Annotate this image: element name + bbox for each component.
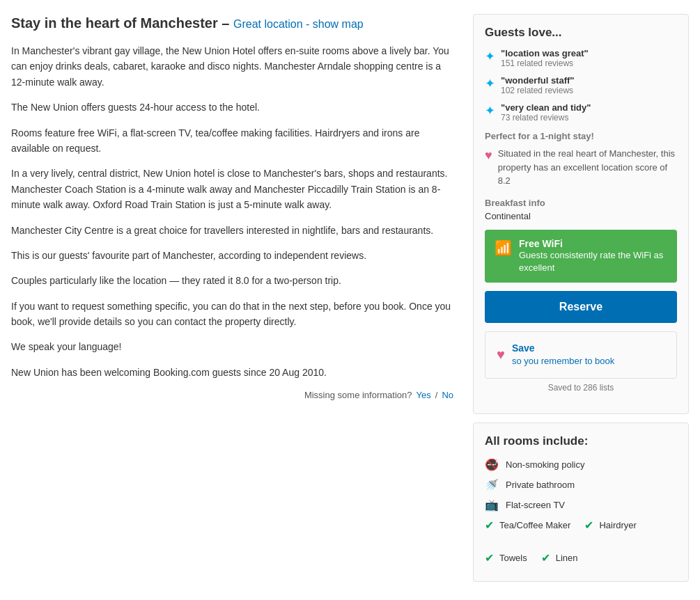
wifi-title: Free WiFi (519, 238, 667, 249)
no-smoking-icon: 🚭 (485, 458, 499, 471)
linen-label: Linen (556, 553, 578, 563)
right-column: Guests love... ✦ "location was great" 15… (473, 14, 689, 586)
para-6: This is our guests' favourite part of Ma… (11, 248, 453, 263)
para-5: Manchester City Centre is a great choice… (11, 223, 453, 238)
breakfast-value: Continental (485, 211, 677, 221)
all-rooms-box: All rooms include: 🚭 Non-smoking policy … (473, 423, 689, 582)
location-text: Situated in the real heart of Manchester… (498, 147, 677, 188)
para-8: If you want to request something specifi… (11, 299, 453, 330)
breakfast-section: Breakfast info Continental (485, 198, 677, 221)
room-feature-no-smoking: 🚭 Non-smoking policy (485, 458, 677, 471)
wifi-banner: 📶 Free WiFi Guests consistently rate the… (485, 230, 677, 283)
tv-label: Flat-screen TV (506, 500, 565, 510)
reserve-button[interactable]: Reserve (485, 291, 677, 323)
perfect-for-label: Perfect for a 1-night stay! (485, 131, 677, 141)
bathroom-icon: 🚿 (485, 478, 499, 491)
tea-label: Tea/Coffee Maker (499, 520, 570, 530)
feedback-separator: / (435, 390, 438, 400)
check-icon: ✔ (485, 551, 494, 565)
heart-icon: ♥ (485, 148, 492, 163)
check-icon: ✔ (541, 551, 550, 565)
hairdryer-label: Hairdryer (599, 520, 636, 530)
no-smoking-label: Non-smoking policy (506, 459, 584, 470)
review-item: ✦ "very clean and tidy" 73 related revie… (485, 102, 677, 123)
map-link[interactable]: Great location - show map (233, 18, 364, 30)
review-quote-1: "location was great" (501, 48, 589, 58)
para-3: Rooms feature free WiFi, a flat-screen T… (11, 125, 453, 157)
review-quote-2: "wonderful staff" (501, 75, 575, 86)
feedback-prompt: Missing some information? (304, 390, 412, 400)
guests-love-title: Guests love... (485, 26, 677, 40)
save-title: Save (512, 342, 614, 356)
room-feature-tv: 📺 Flat-screen TV (485, 498, 677, 512)
check-icon: ✔ (584, 519, 593, 532)
room-feature-towels: ✔ Towels (485, 551, 527, 565)
bathroom-label: Private bathroom (506, 480, 575, 490)
save-box[interactable]: ♥ Save so you remember to book (485, 331, 677, 379)
room-feature-bathroom: 🚿 Private bathroom (485, 478, 677, 491)
para-7: Couples particularly like the location —… (11, 273, 453, 288)
room-features-inline: ✔ Tea/Coffee Maker ✔ Hairdryer ✔ Towels … (485, 519, 677, 570)
review-count-2: 102 related reviews (501, 86, 575, 95)
star-icon: ✦ (485, 49, 495, 64)
saved-lists-count: Saved to 286 lists (485, 383, 677, 393)
star-icon: ✦ (485, 103, 495, 118)
room-feature-tea: ✔ Tea/Coffee Maker (485, 519, 570, 532)
para-1: In Manchester's vibrant gay village, the… (11, 43, 453, 90)
page-title: Stay in the heart of Manchester – Great … (11, 14, 453, 32)
room-feature-hairdryer: ✔ Hairdryer (584, 519, 636, 532)
review-count-1: 151 related reviews (501, 58, 589, 68)
feedback-row: Missing some information? Yes / No (11, 390, 453, 400)
check-icon: ✔ (485, 519, 494, 532)
star-icon: ✦ (485, 76, 495, 91)
all-rooms-title: All rooms include: (485, 434, 677, 448)
save-subtitle: so you remember to book (512, 355, 614, 368)
room-feature-linen: ✔ Linen (541, 551, 578, 565)
location-item: ♥ Situated in the real heart of Manchest… (485, 147, 677, 188)
breakfast-label: Breakfast info (485, 198, 677, 208)
towels-label: Towels (499, 553, 527, 563)
page-wrapper: Stay in the heart of Manchester – Great … (0, 0, 700, 600)
feedback-no[interactable]: No (442, 390, 453, 400)
wifi-subtitle: Guests consistently rate the WiFi as exc… (519, 249, 667, 274)
feedback-yes[interactable]: Yes (417, 390, 431, 400)
review-item: ✦ "wonderful staff" 102 related reviews (485, 75, 677, 95)
guests-love-box: Guests love... ✦ "location was great" 15… (473, 14, 689, 414)
review-quote-3: "very clean and tidy" (501, 102, 591, 113)
para-10: New Union has been welcoming Booking.com… (11, 365, 453, 380)
para-9: We speak your language! (11, 339, 453, 354)
review-count-3: 73 related reviews (501, 113, 591, 123)
left-column: Stay in the heart of Manchester – Great … (11, 14, 459, 586)
review-item: ✦ "location was great" 151 related revie… (485, 48, 677, 68)
para-2: The New Union offers guests 24-hour acce… (11, 100, 453, 115)
save-heart-icon: ♥ (497, 347, 505, 363)
tv-icon: 📺 (485, 498, 499, 512)
para-4: In a very lively, central district, New … (11, 166, 453, 212)
wifi-icon: 📶 (495, 239, 512, 256)
